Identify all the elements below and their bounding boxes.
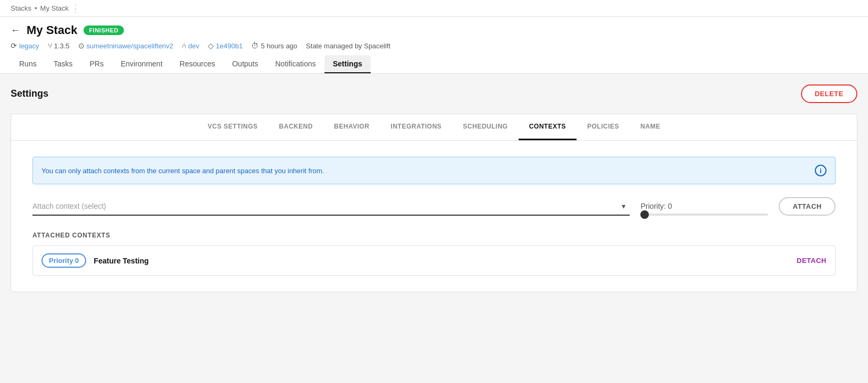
breadcrumb: Stacks • My Stack (11, 4, 69, 12)
attach-select-wrap: Attach context (select) ▾ (32, 198, 630, 216)
attach-button[interactable]: ATTACH (779, 197, 836, 216)
priority-slider[interactable] (640, 214, 768, 216)
meta-state: State managed by Spacelift (306, 42, 390, 50)
subtab-policies[interactable]: POLICIES (577, 114, 630, 140)
time-text: 5 hours ago (261, 42, 297, 50)
info-box: You can only attach contexts from the cu… (32, 157, 836, 184)
settings-card: VCS SETTINGS BACKEND BEHAVIOR INTEGRATIO… (11, 114, 857, 292)
priority-badge: Priority 0 (41, 253, 86, 268)
attached-section-title: ATTACHED CONTEXTS (32, 232, 836, 239)
breadcrumb-current: My Stack (40, 4, 69, 12)
subtab-integrations[interactable]: INTEGRATIONS (380, 114, 453, 140)
clock-icon: ⏱ (251, 41, 258, 50)
subtab-contexts[interactable]: CONTEXTS (519, 114, 577, 140)
github-icon: ⊙ (78, 41, 85, 50)
breadcrumb-separator: • (35, 4, 37, 12)
tab-outputs[interactable]: Outputs (223, 55, 266, 73)
commit-link[interactable]: 1e490b1 (216, 42, 243, 50)
tab-notifications[interactable]: Notifications (266, 55, 324, 73)
delete-button[interactable]: DELETE (801, 84, 857, 103)
tab-tasks[interactable]: Tasks (45, 55, 81, 73)
main-content: Settings DELETE VCS SETTINGS BACKEND BEH… (0, 74, 868, 303)
branch-link[interactable]: dev (188, 42, 199, 50)
attach-row: Attach context (select) ▾ Priority: 0 AT… (32, 197, 836, 216)
contexts-content: You can only attach contexts from the cu… (11, 141, 857, 292)
tab-settings[interactable]: Settings (324, 55, 371, 73)
subtab-behavior[interactable]: BEHAVIOR (323, 114, 380, 140)
version-text: 1.3.5 (54, 42, 70, 50)
subtab-backend[interactable]: BACKEND (269, 114, 324, 140)
status-badge: FINISHED (84, 25, 123, 35)
header-top: ← My Stack FINISHED (11, 23, 857, 37)
meta-repo: ⊙ sumeetninawe/spaceliftenv2 (78, 41, 173, 50)
tab-runs[interactable]: Runs (11, 55, 45, 73)
attached-contexts-section: ATTACHED CONTEXTS Priority 0 Feature Tes… (32, 232, 836, 276)
meta-time: ⏱ 5 hours ago (251, 41, 297, 50)
stack-title: My Stack (27, 23, 77, 37)
back-button[interactable]: ← (11, 25, 20, 36)
subtab-name[interactable]: NAME (630, 114, 671, 140)
state-text: State managed by Spacelift (306, 42, 390, 50)
meta-branch: ⑃ dev (182, 41, 199, 50)
legacy-icon: ⟳ (11, 41, 17, 50)
header-meta: ⟳ legacy ⑂ 1.3.5 ⊙ sumeetninawe/spacelif… (11, 41, 857, 50)
detach-button[interactable]: DETACH (797, 257, 827, 265)
info-icon: i (815, 165, 827, 176)
nav-tabs: Runs Tasks PRs Environment Resources Out… (11, 55, 857, 73)
settings-header: Settings DELETE (11, 84, 857, 103)
tab-environment[interactable]: Environment (112, 55, 171, 73)
top-bar: Stacks • My Stack ⋮ (0, 0, 868, 17)
settings-subtabs: VCS SETTINGS BACKEND BEHAVIOR INTEGRATIO… (11, 114, 857, 141)
subtab-vcs[interactable]: VCS SETTINGS (197, 114, 269, 140)
tab-resources[interactable]: Resources (171, 55, 224, 73)
subtab-scheduling[interactable]: SCHEDULING (452, 114, 518, 140)
info-box-text: You can only attach contexts from the cu… (41, 167, 324, 175)
legacy-link[interactable]: legacy (19, 42, 39, 50)
priority-wrap: Priority: 0 (640, 202, 768, 216)
priority-label: Priority: 0 (640, 202, 768, 210)
meta-commit: ◇ 1e490b1 (208, 41, 243, 50)
context-name: Feature Testing (94, 257, 789, 265)
terraform-icon: ⑂ (48, 41, 52, 50)
breadcrumb-parent[interactable]: Stacks (11, 4, 31, 12)
more-options-icon: ⋮ (71, 3, 80, 14)
branch-icon: ⑃ (182, 41, 186, 50)
tab-prs[interactable]: PRs (81, 55, 112, 73)
commit-icon: ◇ (208, 41, 214, 50)
attach-context-select[interactable]: Attach context (select) (32, 198, 630, 216)
settings-title: Settings (11, 88, 48, 99)
meta-version: ⑂ 1.3.5 (48, 41, 70, 50)
meta-legacy: ⟳ legacy (11, 41, 39, 50)
page-header: ← My Stack FINISHED ⟳ legacy ⑂ 1.3.5 ⊙ s… (0, 17, 868, 74)
context-row: Priority 0 Feature Testing DETACH (32, 245, 836, 276)
repo-link[interactable]: sumeetninawe/spaceliftenv2 (87, 42, 173, 50)
